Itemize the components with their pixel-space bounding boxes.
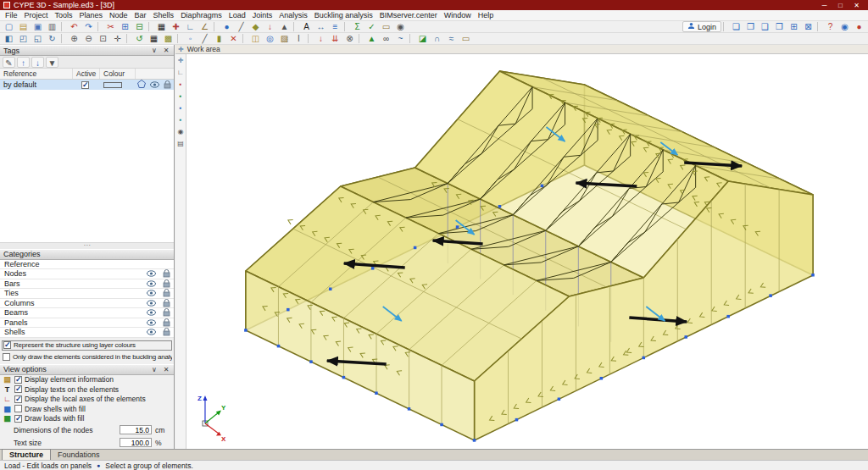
close-icon[interactable]: ✕ xyxy=(162,47,170,54)
edit-tag-icon[interactable]: ✎ xyxy=(3,57,15,68)
view-front-icon[interactable]: ◱ xyxy=(31,33,45,44)
open-file-icon[interactable]: ▤ xyxy=(16,21,31,32)
tab-foundations[interactable]: Foundations xyxy=(51,450,107,460)
menu-project[interactable]: Project xyxy=(21,10,52,21)
eye-icon[interactable] xyxy=(150,81,159,88)
view-option-checkbox[interactable] xyxy=(14,385,22,393)
option-shells-fill[interactable]: ▦ Draw shells with fill xyxy=(0,404,174,414)
calculate-icon[interactable]: Σ xyxy=(350,21,364,32)
menu-diaphragms[interactable]: Diaphragms xyxy=(177,10,225,21)
option-buckling-only[interactable]: Only draw the elements considered in the… xyxy=(2,352,172,362)
eye-icon[interactable] xyxy=(143,300,159,307)
pentagon-icon[interactable] xyxy=(137,80,146,90)
menu-window[interactable]: Window xyxy=(441,10,475,21)
pan-icon[interactable]: ✛ xyxy=(110,33,125,44)
describe-node-icon[interactable]: ◎ xyxy=(263,33,277,44)
window-cascade-icon[interactable]: ❑ xyxy=(758,21,772,32)
measure-icon[interactable]: ∠ xyxy=(198,21,212,32)
describe-bar-icon[interactable]: ◫ xyxy=(248,33,263,44)
undo-icon[interactable]: ↶ xyxy=(67,21,81,32)
text-size-input[interactable] xyxy=(120,438,152,447)
view-option-checkbox[interactable] xyxy=(14,415,22,423)
menu-buckling-analysis[interactable]: Buckling analysis xyxy=(311,10,376,21)
option-layer-colours[interactable]: Represent the structure using layer colo… xyxy=(2,340,172,351)
menu-load[interactable]: Load xyxy=(225,10,249,21)
copy-icon[interactable]: ⊞ xyxy=(118,21,132,32)
view-3d-icon[interactable]: ◧ xyxy=(2,33,16,44)
config-tags-icon[interactable]: ▼ xyxy=(46,57,58,68)
window-close-icon[interactable]: ⊠ xyxy=(801,21,815,32)
view-option-checkbox[interactable] xyxy=(14,376,22,384)
category-panels[interactable]: Panels xyxy=(0,318,174,329)
lock-icon[interactable] xyxy=(159,269,174,278)
check-icon[interactable]: ✓ xyxy=(364,21,379,32)
view-rotate-icon[interactable]: ↻ xyxy=(45,33,59,44)
deformed-icon[interactable]: ≈ xyxy=(444,33,459,44)
tag-row-by-default[interactable]: by default xyxy=(0,80,174,90)
window-tile-icon[interactable]: ❒ xyxy=(772,21,787,32)
eye-icon[interactable] xyxy=(143,290,159,296)
category-bars[interactable]: Bars xyxy=(0,279,174,290)
buckling-icon[interactable]: ~ xyxy=(393,33,408,44)
option-texts[interactable]: T Display texts on the elements xyxy=(0,384,174,395)
delete-icon[interactable]: ✕ xyxy=(226,33,241,44)
new-file-icon[interactable]: ▢ xyxy=(2,21,16,32)
view-option-checkbox[interactable] xyxy=(14,405,22,412)
bar-tool-icon[interactable]: ╱ xyxy=(234,21,248,32)
visibility-icon[interactable]: ◉ xyxy=(176,127,186,136)
layer-red-icon[interactable]: ▪ xyxy=(176,80,186,89)
menu-bar[interactable]: Bar xyxy=(131,10,150,21)
category-ties[interactable]: Ties xyxy=(0,289,174,299)
menu-help[interactable]: Help xyxy=(475,10,498,21)
dimension-icon[interactable]: ↔ xyxy=(314,21,328,32)
window-split-icon[interactable]: ❐ xyxy=(743,21,758,32)
layer-teal-icon[interactable]: ▪ xyxy=(176,115,186,124)
paste-icon[interactable]: ⊟ xyxy=(132,21,147,32)
ortho-icon[interactable]: ∟ xyxy=(183,21,198,32)
move-up-icon[interactable]: ↑ xyxy=(17,57,30,68)
web-icon[interactable]: ◉ xyxy=(837,21,852,32)
lock-icon[interactable] xyxy=(159,299,174,307)
envelope-icon[interactable]: ∩ xyxy=(430,33,444,44)
menu-shells[interactable]: Shells xyxy=(150,10,178,21)
eye-icon[interactable] xyxy=(143,319,159,326)
menu-file[interactable]: File xyxy=(2,10,21,21)
zoom-extents-icon[interactable]: ⊡ xyxy=(96,33,110,44)
lock-icon[interactable] xyxy=(159,308,174,317)
lock-icon[interactable] xyxy=(164,80,171,89)
category-shells[interactable]: Shells xyxy=(0,328,174,338)
new-panel-icon[interactable]: ▮ xyxy=(212,33,226,44)
loads-icon[interactable]: ↓ xyxy=(314,33,328,44)
menu-analysis[interactable]: Analysis xyxy=(275,10,311,21)
cut-icon[interactable]: ✂ xyxy=(103,21,118,32)
new-bar-icon[interactable]: ╱ xyxy=(198,33,212,44)
close-icon[interactable]: ✕ xyxy=(162,366,170,373)
move-icon[interactable]: ✛ xyxy=(178,46,184,53)
shell-tool-icon[interactable]: ◆ xyxy=(248,21,263,32)
menu-joints[interactable]: Joints xyxy=(249,10,276,21)
lock-icon[interactable] xyxy=(159,318,174,327)
load-tool-icon[interactable]: ↓ xyxy=(263,21,277,32)
node-tool-icon[interactable]: ● xyxy=(220,21,234,32)
option-checkbox[interactable] xyxy=(3,341,11,349)
eye-icon[interactable] xyxy=(143,309,159,316)
layer-blue-icon[interactable]: ▪ xyxy=(176,103,186,113)
layer-green-icon[interactable]: ▪ xyxy=(176,91,186,101)
zoom-out-icon[interactable]: ⊖ xyxy=(81,33,96,44)
layers-icon[interactable]: ≡ xyxy=(328,21,342,32)
menu-tools[interactable]: Tools xyxy=(52,10,76,21)
combinations-icon[interactable]: ⊗ xyxy=(342,33,357,44)
eye-icon[interactable] xyxy=(143,280,159,287)
panel-splitter[interactable]: ⋯ xyxy=(0,242,174,249)
tab-structure[interactable]: Structure xyxy=(2,449,51,460)
snap-icon[interactable]: ✚ xyxy=(169,21,183,32)
report-icon[interactable]: ▭ xyxy=(379,21,393,32)
lock-icon[interactable] xyxy=(159,328,174,336)
ruler-icon[interactable]: ∟ xyxy=(176,68,186,77)
window-single-icon[interactable]: ❏ xyxy=(729,21,743,32)
menu-node[interactable]: Node xyxy=(106,10,131,21)
maximize-button[interactable]: □ xyxy=(832,2,849,9)
category-reference[interactable]: Reference xyxy=(0,260,174,270)
tag-colour-swatch[interactable] xyxy=(103,82,122,88)
option-checkbox[interactable] xyxy=(3,353,10,361)
